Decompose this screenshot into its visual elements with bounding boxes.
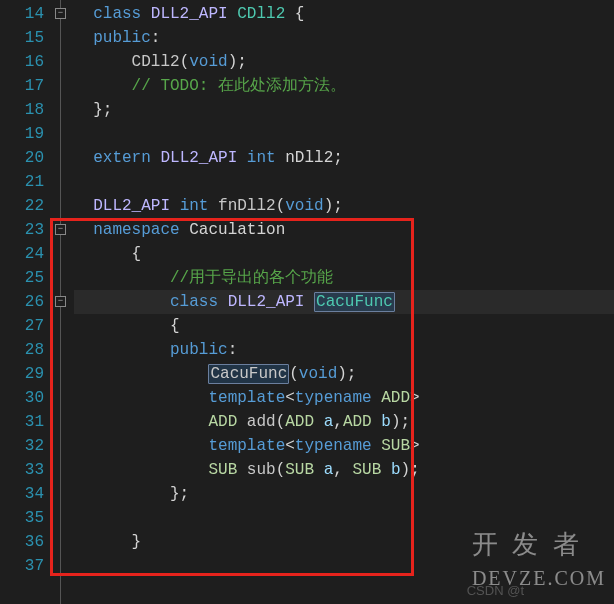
code-line[interactable]: SUB sub(SUB a, SUB b);: [74, 458, 614, 482]
token: Caculation: [189, 221, 285, 239]
line-number: 19: [0, 122, 44, 146]
line-number: 25: [0, 266, 44, 290]
token: [132, 341, 170, 359]
token: add: [247, 413, 276, 431]
token: [237, 413, 247, 431]
token: [372, 413, 382, 431]
fold-toggle-icon[interactable]: −: [55, 296, 66, 307]
token: DLL2_API: [228, 293, 305, 311]
token: int: [180, 197, 218, 215]
code-area[interactable]: class DLL2_API CDll2 { public: CDll2(voi…: [74, 0, 614, 604]
token: DLL2_API: [151, 5, 228, 23]
code-line[interactable]: class DLL2_API CacuFunc: [74, 290, 614, 314]
line-number: 21: [0, 170, 44, 194]
code-line[interactable]: CDll2(void);: [74, 50, 614, 74]
token: >: [410, 389, 420, 407]
token: DLL2_API: [93, 197, 170, 215]
line-number: 16: [0, 50, 44, 74]
token: CacuFunc: [314, 292, 395, 312]
code-line[interactable]: [74, 170, 614, 194]
code-line[interactable]: [74, 506, 614, 530]
token: fnDll2: [218, 197, 276, 215]
line-number: 37: [0, 554, 44, 578]
token: b: [391, 461, 401, 479]
line-number: 29: [0, 362, 44, 386]
token: {: [132, 245, 142, 263]
code-line[interactable]: public:: [74, 26, 614, 50]
code-line[interactable]: template<typename ADD>: [74, 386, 614, 410]
code-line[interactable]: // TODO: 在此处添加方法。: [74, 74, 614, 98]
code-line[interactable]: {: [74, 314, 614, 338]
code-line[interactable]: template<typename SUB>: [74, 434, 614, 458]
code-line[interactable]: [74, 122, 614, 146]
line-number: 23: [0, 218, 44, 242]
token: extern: [93, 149, 160, 167]
token: void: [189, 53, 227, 71]
token: nDll2: [285, 149, 333, 167]
line-number: 34: [0, 482, 44, 506]
token: {: [132, 317, 180, 335]
token: ADD: [381, 389, 410, 407]
token: class: [170, 293, 228, 311]
token: ADD: [208, 413, 237, 431]
token: [228, 5, 238, 23]
code-line[interactable]: class DLL2_API CDll2 {: [74, 2, 614, 26]
token: sub: [247, 461, 276, 479]
token: class: [93, 5, 151, 23]
token: ,: [333, 461, 352, 479]
token: SUB: [285, 461, 314, 479]
token: };: [93, 101, 112, 119]
token: [132, 365, 209, 383]
token: CacuFunc: [208, 364, 289, 384]
code-line[interactable]: };: [74, 98, 614, 122]
token: a: [324, 413, 334, 431]
fold-toggle-icon[interactable]: −: [55, 224, 66, 235]
code-line[interactable]: //用于导出的各个功能: [74, 266, 614, 290]
token: int: [247, 149, 285, 167]
code-editor[interactable]: 1415161718192021222324252627282930313233…: [0, 0, 614, 604]
line-number: 27: [0, 314, 44, 338]
token: ,: [333, 413, 343, 431]
token: [237, 461, 247, 479]
line-number: 33: [0, 458, 44, 482]
code-line[interactable]: public:: [74, 338, 614, 362]
token: [93, 53, 131, 71]
token: }: [132, 533, 142, 551]
line-number: 22: [0, 194, 44, 218]
fold-toggle-icon[interactable]: −: [55, 8, 66, 19]
token: <: [285, 437, 295, 455]
token: [372, 437, 382, 455]
code-line[interactable]: };: [74, 482, 614, 506]
line-number: 18: [0, 98, 44, 122]
line-number: 28: [0, 338, 44, 362]
code-line[interactable]: extern DLL2_API int nDll2;: [74, 146, 614, 170]
code-line[interactable]: namespace Caculation: [74, 218, 614, 242]
line-number: 15: [0, 26, 44, 50]
token: {: [285, 5, 304, 23]
token: (: [276, 461, 286, 479]
code-line[interactable]: DLL2_API int fnDll2(void);: [74, 194, 614, 218]
token: ADD: [285, 413, 314, 431]
token: (: [276, 413, 286, 431]
fold-column[interactable]: −−−: [52, 0, 74, 604]
token: [132, 293, 170, 311]
token: template: [208, 389, 285, 407]
line-number: 35: [0, 506, 44, 530]
code-line[interactable]: {: [74, 242, 614, 266]
token: [132, 437, 209, 455]
token: template: [208, 437, 285, 455]
token: //用于导出的各个功能: [170, 269, 333, 287]
code-line[interactable]: ADD add(ADD a,ADD b);: [74, 410, 614, 434]
token: ADD: [343, 413, 372, 431]
code-line[interactable]: CacuFunc(void);: [74, 362, 614, 386]
token: [132, 413, 209, 431]
token: ;: [333, 149, 343, 167]
token: b: [381, 413, 391, 431]
token: >: [410, 437, 420, 455]
code-line[interactable]: [74, 554, 614, 578]
token: );: [391, 413, 410, 431]
token: DLL2_API: [160, 149, 237, 167]
token: public: [93, 29, 151, 47]
token: [314, 461, 324, 479]
code-line[interactable]: }: [74, 530, 614, 554]
